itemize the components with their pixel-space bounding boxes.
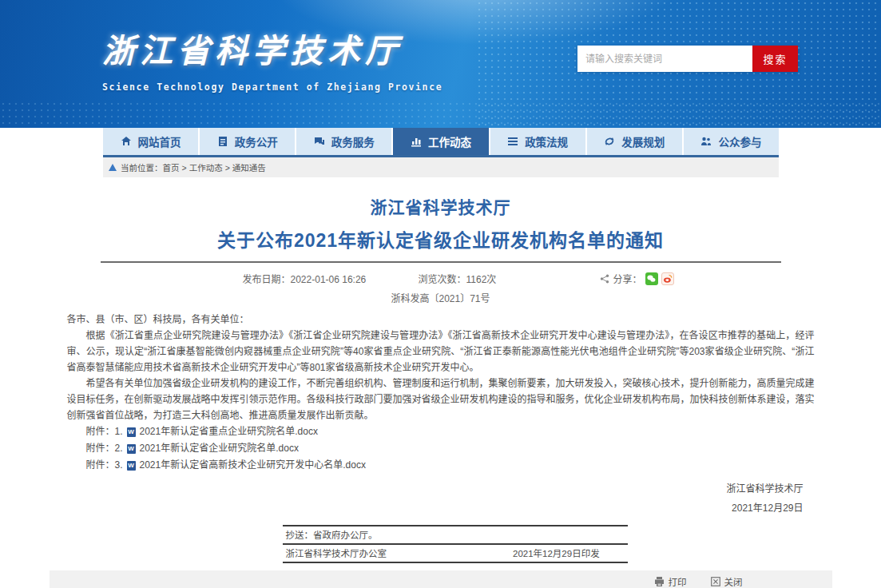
nav-item-work-dynamics[interactable]: 工作动态 — [393, 128, 488, 155]
article-meta: 发布日期：2022-01-06 16:26 浏览次数：1162次 分享： — [101, 272, 781, 285]
cycle-icon — [604, 136, 615, 147]
search-input[interactable] — [577, 46, 752, 72]
search-button[interactable]: 搜索 — [752, 46, 798, 72]
signature-block: 浙江省科学技术厅 2021年12月29日 — [67, 479, 815, 518]
publish-date: 发布日期：2022-01-06 16:26 — [243, 272, 367, 285]
nav-item-label: 网站首页 — [138, 133, 181, 149]
nav-item-public-participation[interactable]: 公众参与 — [684, 128, 779, 155]
search-bar: 搜索 — [577, 46, 798, 72]
site-banner: 浙江省科学技术厅 Science Technology Department o… — [0, 0, 881, 128]
attachment-row: 附件：2. W 2021年新认定省企业研究院名单.docx — [86, 440, 815, 457]
attachment-label: 附件：1. — [86, 423, 123, 440]
attachment-label: 附件：3. — [86, 457, 123, 474]
close-button[interactable]: 关闭 — [711, 575, 743, 588]
breadcrumb-item-work-dynamics[interactable]: 工作动态 — [189, 161, 223, 173]
nav-item-label: 发展规划 — [621, 133, 665, 149]
site-logo-subtitle: Science Technology Department of Zhejian… — [102, 81, 442, 93]
breadcrumb-item-home[interactable]: 首页 — [163, 161, 180, 173]
article-org-title: 浙江省科学技术厅 — [50, 194, 832, 218]
issue-date: 2021年12月29日印发 — [513, 546, 600, 562]
share-widget: 分享： — [600, 272, 673, 285]
attachment-link[interactable]: 2021年新认定省重点企业研究院名单.docx — [140, 423, 318, 440]
paragraph: 希望各有关单位加强省级企业研发机构的建设工作，不断完善组织机构、管理制度和运行机… — [67, 375, 815, 423]
nav-item-label: 工作动态 — [428, 133, 471, 149]
list-icon — [507, 136, 518, 147]
nav-item-home[interactable]: 网站首页 — [103, 128, 198, 155]
issuer-office: 浙江省科学技术厅办公室 — [286, 546, 387, 562]
cc-line: 抄送：省政府办公厅。 — [286, 527, 378, 543]
chart-icon — [411, 136, 422, 147]
breadcrumb: 当前位置： 首页 > 工作动态 > 通知通告 — [103, 157, 779, 177]
weibo-share-icon[interactable] — [661, 272, 674, 285]
print-label: 打印 — [669, 575, 687, 588]
breadcrumb-separator: > — [182, 163, 187, 173]
cc-table: 抄送：省政府办公厅。 浙江省科学技术厅办公室 2021年12月29日印发 — [283, 525, 628, 563]
attachment-row: 附件：3. W 2021年新认定省高新技术企业研究开发中心名单.docx — [86, 457, 815, 474]
wechat-share-icon[interactable] — [645, 272, 658, 285]
signature-org: 浙江省科学技术厅 — [67, 479, 804, 499]
article-toolbar: 打印 关闭 — [50, 570, 832, 588]
attachment-label: 附件：2. — [86, 440, 123, 457]
breadcrumb-prefix: 当前位置： — [121, 161, 163, 173]
site-logo: 浙江省科学技术厅 Science Technology Department o… — [102, 24, 442, 93]
nav-item-policies[interactable]: 政策法规 — [490, 128, 585, 155]
nav-item-label: 政策法规 — [525, 133, 568, 149]
close-icon — [711, 577, 720, 586]
view-count-label: 浏览次数： — [419, 274, 466, 285]
close-label: 关闭 — [724, 575, 743, 588]
article-title: 关于公布2021年新认定省级企业研发机构名单的通知 — [50, 225, 832, 252]
people-icon — [700, 136, 712, 147]
view-count: 浏览次数：1162次 — [419, 272, 497, 285]
issuer-row: 浙江省科学技术厅办公室 2021年12月29日印发 — [283, 545, 628, 563]
print-button[interactable]: 打印 — [654, 575, 687, 588]
nav-item-gov-services[interactable]: 政务服务 — [296, 128, 391, 155]
signature-date: 2021年12月29日 — [67, 499, 804, 518]
chat-icon — [314, 136, 325, 147]
nav-item-development-plan[interactable]: 发展规划 — [587, 128, 682, 155]
word-doc-icon: W — [127, 461, 136, 471]
document-number: 浙科发高〔2021〕71号 — [50, 291, 832, 304]
nav-item-gov-disclosure[interactable]: 政务公开 — [200, 128, 295, 155]
breadcrumb-separator: > — [225, 163, 230, 173]
breadcrumb-item-notices[interactable]: 通知通告 — [232, 161, 266, 173]
print-icon — [654, 577, 665, 586]
attachment-row: 附件：1. W 2021年新认定省重点企业研究院名单.docx — [86, 423, 815, 440]
word-doc-icon: W — [127, 444, 136, 454]
paragraph: 根据《浙江省重点企业研究院建设与管理办法》《浙江省企业研究院建设与管理办法》《浙… — [67, 328, 815, 375]
attachment-list: 附件：1. W 2021年新认定省重点企业研究院名单.docx 附件：2. W … — [86, 423, 815, 474]
location-icon — [109, 164, 117, 171]
cc-row: 抄送：省政府办公厅。 — [283, 526, 628, 545]
attachment-link[interactable]: 2021年新认定省企业研究院名单.docx — [140, 440, 299, 457]
publish-date-value: 2022-01-06 16:26 — [291, 274, 367, 285]
share-icon — [600, 274, 609, 284]
publish-date-label: 发布日期： — [243, 274, 291, 285]
attachment-link[interactable]: 2021年新认定省高新技术企业研究开发中心名单.docx — [140, 457, 366, 474]
home-icon — [121, 136, 132, 147]
word-doc-icon: W — [127, 427, 136, 437]
main-nav: 网站首页 政务公开 政务服务 工作动态 政策法规 发展规划 公众参与 — [103, 128, 779, 157]
view-count-value: 1162次 — [466, 274, 497, 285]
document-icon — [217, 136, 228, 147]
site-logo-title: 浙江省科学技术厅 — [102, 24, 442, 72]
nav-item-label: 政务公开 — [235, 133, 278, 149]
nav-item-label: 政务服务 — [331, 133, 375, 149]
salutation: 各市、县（市、区）科技局，各有关单位： — [67, 312, 815, 328]
nav-item-label: 公众参与 — [718, 133, 761, 149]
title-divider — [101, 261, 781, 263]
article-body: 各市、县（市、区）科技局，各有关单位： 根据《浙江省重点企业研究院建设与管理办法… — [67, 312, 815, 563]
share-label: 分享： — [613, 272, 641, 285]
article-container: 浙江省科学技术厅 关于公布2021年新认定省级企业研发机构名单的通知 发布日期：… — [50, 194, 832, 588]
